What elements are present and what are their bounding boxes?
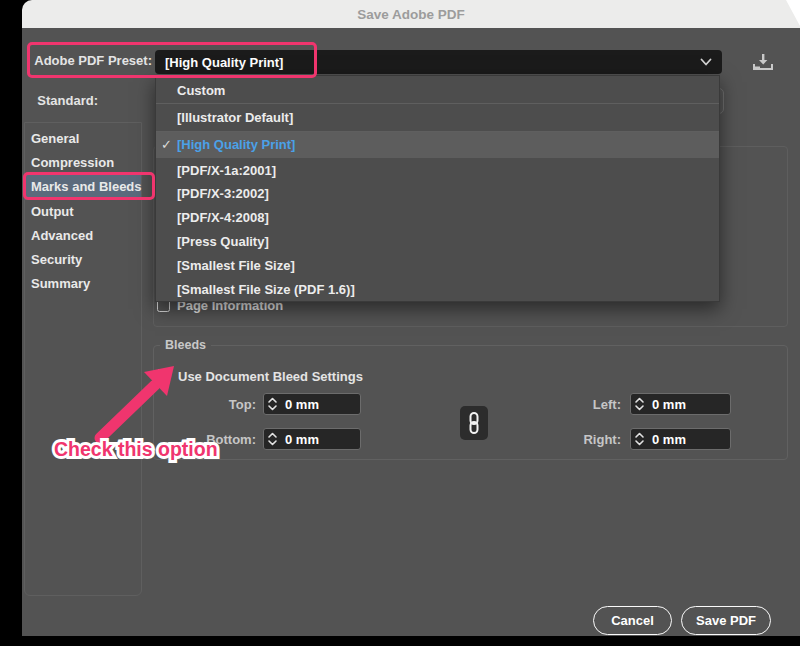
menu-item-smallest-file-size-pdf16[interactable]: [Smallest File Size (PDF 1.6)] — [156, 277, 719, 301]
link-icon — [466, 411, 482, 435]
sidebar-panel: General Compression Marks and Bleeds Out… — [24, 122, 142, 596]
bleed-bottom-field[interactable]: 0 mm — [263, 428, 361, 450]
dialog-title: Save Adobe PDF — [357, 7, 465, 22]
menu-item-press-quality[interactable]: [Press Quality] — [156, 230, 719, 254]
bleed-top-label: Top: — [176, 397, 256, 412]
save-pdf-button[interactable]: Save PDF — [681, 606, 771, 635]
sidebar-item-general[interactable]: General — [31, 128, 137, 150]
link-values-button[interactable] — [460, 406, 488, 440]
bleed-bottom-label: Bottom: — [176, 432, 256, 447]
use-document-bleed-settings-checkbox[interactable] — [157, 369, 170, 382]
bleed-right-value[interactable]: 0 mm — [648, 432, 686, 447]
stepper-icon[interactable] — [264, 396, 281, 412]
bleed-right-field[interactable]: 0 mm — [630, 428, 731, 450]
bleed-right-label: Right: — [541, 432, 621, 447]
preset-value: [High Quality Print] — [155, 55, 283, 70]
sidebar-item-summary[interactable]: Summary — [31, 273, 137, 295]
stepper-icon[interactable] — [631, 396, 648, 412]
save-preset-icon[interactable] — [749, 51, 777, 73]
preset-label: Adobe PDF Preset: — [30, 53, 152, 68]
sidebar-item-marks-and-bleeds[interactable]: Marks and Bleeds — [31, 176, 137, 198]
bleeds-legend: Bleeds — [160, 338, 211, 352]
sidebar-item-compression[interactable]: Compression — [31, 152, 137, 174]
menu-item-smallest-file-size[interactable]: [Smallest File Size] — [156, 253, 719, 277]
standard-label: Standard: — [30, 93, 98, 108]
menu-item-custom[interactable]: Custom — [156, 78, 719, 103]
title-bar: Save Adobe PDF — [22, 0, 800, 28]
menu-item-illustrator-default[interactable]: [Illustrator Default] — [156, 104, 719, 131]
menu-item-pdfx-4-2008[interactable]: [PDF/X-4:2008] — [156, 206, 719, 230]
cancel-button[interactable]: Cancel — [593, 606, 672, 635]
use-document-bleed-settings-label: Use Document Bleed Settings — [178, 369, 363, 384]
pdf-preset-combobox[interactable]: [High Quality Print] — [155, 50, 722, 74]
stepper-icon[interactable] — [264, 431, 281, 447]
bleed-bottom-value[interactable]: 0 mm — [281, 432, 319, 447]
sidebar-item-output[interactable]: Output — [31, 201, 137, 223]
stepper-icon[interactable] — [631, 431, 648, 447]
bleed-top-value[interactable]: 0 mm — [281, 397, 319, 412]
save-adobe-pdf-dialog: Save Adobe PDF Adobe PDF Preset: [High Q… — [0, 0, 800, 646]
menu-item-pdfx-3-2002[interactable]: [PDF/X-3:2002] — [156, 182, 719, 206]
menu-item-high-quality-print[interactable]: ✓ [High Quality Print] — [156, 132, 719, 159]
bleed-left-label: Left: — [541, 397, 621, 412]
preset-dropdown-menu: Custom [Illustrator Default] ✓ [High Qua… — [155, 75, 720, 302]
checkmark-icon: ✓ — [161, 137, 172, 152]
bleed-top-field[interactable]: 0 mm — [263, 393, 361, 415]
menu-item-pdfx-1a-2001[interactable]: [PDF/X-1a:2001] — [156, 158, 719, 182]
bleed-left-value[interactable]: 0 mm — [648, 397, 686, 412]
sidebar-item-security[interactable]: Security — [31, 249, 137, 271]
chevron-down-icon — [700, 58, 712, 67]
bleed-left-field[interactable]: 0 mm — [630, 393, 731, 415]
sidebar-item-advanced[interactable]: Advanced — [31, 225, 137, 247]
